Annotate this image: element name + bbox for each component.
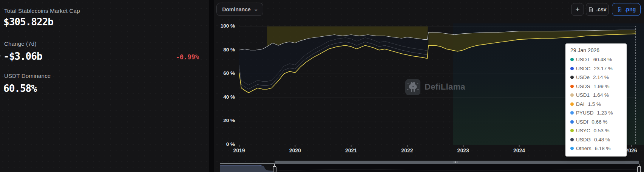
x-tick-label: 2020 [284,147,306,153]
tooltip-row: PYUSD1.23 % [570,108,622,118]
series-value: 1.64 % [593,92,609,98]
tooltip-date: 29 Jan 2026 [570,47,622,53]
list-marker-icon [0,53,1,59]
tooltip-row: USD11.64 % [570,91,622,100]
x-tick-label: 2021 [340,147,363,153]
plus-icon: + [575,5,579,14]
x-tick-label: 2022 [396,147,419,153]
market-cap-label: Total Stablecoins Market Cap [4,8,80,14]
y-tick-label: 100 % [212,23,235,29]
series-label: USDC [576,66,590,71]
stats-sidebar: Total Stablecoins Market Cap $305.822b C… [0,0,209,172]
x-tick-label: 2024 [508,147,531,153]
y-tick-label: 20 % [212,118,235,123]
tooltip-rows: USDT60.48 %USDC23.17 %USDe2.14 %USDS1.99… [570,55,622,153]
series-label: USD1 [576,92,590,98]
series-dot-icon [570,138,574,141]
market-cap-value: $305.822b [3,16,53,28]
series-label: Others [576,146,591,151]
change-7d-value: -$3.06b [3,51,42,62]
y-tick-label: 40 % [212,94,235,100]
series-value: 6.18 % [595,146,611,151]
series-label: USDT [576,57,590,62]
y-tick-label: 80 % [212,47,235,53]
add-chart-button[interactable]: + [571,3,584,16]
dominance-dropdown[interactable]: Dominance ⌄ [216,3,263,16]
series-label: DAI [576,101,585,107]
tooltip-row: Others6.18 % [570,144,622,153]
series-value: 60.48 % [593,57,612,62]
series-label: USDS [576,84,590,89]
y-tick-label: 0 % [212,141,235,147]
series-dot-icon [570,93,574,97]
download-png-button[interactable]: .png [612,3,641,16]
chevron-down-icon: ⌄ [253,7,258,12]
series-dot-icon [570,76,574,79]
download-csv-button[interactable]: .csv [586,3,609,16]
change-7d-percent: -0.99% [176,53,199,61]
series-dot-icon [570,58,574,61]
series-dot-icon [570,129,574,132]
series-value: 0.48 % [594,137,610,143]
chart-tooltip: 29 Jan 2026 USDT60.48 %USDC23.17 %USDe2.… [565,43,627,157]
file-download-icon [617,7,622,12]
series-dot-icon [570,67,574,70]
tooltip-row: USYC0.53 % [570,126,622,135]
tooltip-row: USDT60.48 % [570,55,622,64]
tooltip-row: DAI1.5 % [570,100,622,109]
series-dot-icon [570,85,574,88]
usdt-dominance-label: USDT Dominance [4,73,51,79]
series-value: 1.99 % [594,84,610,89]
series-value: 1.23 % [597,110,613,116]
series-dot-icon [570,102,574,106]
tooltip-row: USDS1.99 % [570,82,622,91]
series-value: 2.14 % [593,74,609,80]
y-tick-label: 60 % [212,70,235,76]
x-tick-label: 2023 [452,147,474,153]
series-label: USDe [576,74,590,80]
series-dot-icon [570,120,574,124]
series-dot-icon [570,147,574,150]
series-label: USDG [576,137,591,143]
change-7d-label: Change (7d) [4,40,37,47]
stablecoins-dashboard: Total Stablecoins Market Cap $305.822b C… [0,0,644,172]
usdt-dominance-value: 60.58% [3,83,37,94]
series-value: 1.5 % [588,101,601,107]
series-dot-icon [570,111,574,115]
series-label: PYUSD [576,110,594,116]
tooltip-row: USDe2.14 % [570,73,622,82]
dominance-dropdown-label: Dominance [222,6,250,12]
png-button-label: .png [625,6,636,12]
tooltip-row: USDG0.48 % [570,135,622,144]
file-download-icon [588,7,594,12]
series-value: 0.66 % [591,119,607,125]
tooltip-row: USDC23.17 % [570,64,622,73]
series-value: 0.53 % [594,128,610,133]
csv-button-label: .csv [596,6,606,12]
x-tick-label: 2019 [228,147,250,153]
series-label: USYC [576,128,590,133]
series-label: USDf [576,119,588,125]
tooltip-row: USDf0.66 % [570,118,622,127]
series-value: 23.17 % [594,66,613,71]
